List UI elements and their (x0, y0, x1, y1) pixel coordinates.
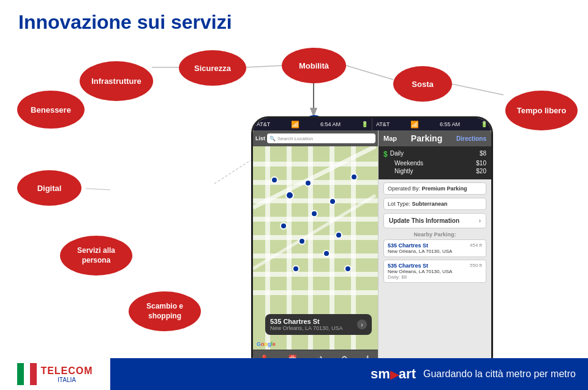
update-label: Update This Information (389, 217, 459, 224)
telecom-sub: ITALIA (58, 377, 76, 383)
phone-left-status: AT&T 📶 6:54 AM 🔋 (253, 118, 372, 130)
nearby-daily-2: Daily: $8 (388, 274, 452, 280)
directions-btn[interactable]: Directions (456, 135, 486, 142)
svg-rect-17 (253, 235, 378, 240)
operated-value: Premium Parking (422, 186, 467, 192)
popup-arrow[interactable]: › (357, 320, 367, 329)
svg-point-38 (293, 266, 299, 272)
parking-title: Parking (411, 133, 442, 143)
telecom-flag-icon (17, 363, 37, 385)
nearby-item-1[interactable]: 535 Chartres St New Orleans, LA 70130, U… (383, 239, 486, 257)
svg-line-5 (451, 84, 503, 95)
svg-line-4 (346, 66, 393, 80)
popup-city: New Orleans, LA 70130, USA (270, 325, 367, 331)
search-box[interactable]: 🔍 Search Location (267, 133, 375, 143)
svg-point-35 (351, 174, 357, 180)
svg-point-36 (271, 177, 277, 183)
nearby-item-2[interactable]: 535 Chartres St New Orleans, LA 70130, U… (383, 260, 486, 283)
svg-rect-16 (253, 217, 378, 222)
pricing-section: $ Daily $8 Weekends $10 Nightly $20 (379, 146, 491, 179)
svg-point-34 (336, 232, 342, 238)
weekends-price: $10 (476, 160, 486, 167)
svg-point-29 (305, 180, 311, 186)
map-search-bar: List 🔍 Search Location (253, 130, 378, 146)
google-logo: Google (257, 341, 276, 347)
bottom-tagline: Guardando la città metro per metro (423, 369, 576, 380)
smartart-logo: sm▶art (371, 366, 416, 382)
map-popup[interactable]: 535 Chartres St New Orleans, LA 70130, U… (265, 314, 372, 335)
bubble-benessere[interactable]: Benessere (17, 91, 85, 129)
telecom-logo: TELECOM ITALIA (0, 358, 110, 390)
page-title: Innovazione sui servizi (18, 11, 232, 34)
nearby-header: Nearby Parking: (383, 231, 486, 238)
svg-point-39 (345, 266, 351, 272)
bubble-mobilita[interactable]: Mobilità (282, 48, 346, 83)
detail-section: Operated By: Premium Parking Lot Type: S… (379, 179, 491, 372)
svg-point-31 (281, 223, 287, 229)
map-panel: List 🔍 Search Location (253, 130, 378, 372)
bubble-servizi[interactable]: Servizi alla persona (60, 236, 132, 276)
svg-point-28 (286, 192, 293, 199)
nearby-dist-2: 550 ft (470, 263, 482, 280)
operated-label: Operated By: (388, 186, 420, 192)
popup-address: 535 Chartres St (270, 318, 367, 325)
svg-rect-41 (24, 363, 30, 385)
svg-rect-13 (253, 162, 378, 167)
nightly-label: Nightly (394, 168, 476, 174)
svg-rect-19 (253, 272, 378, 277)
daily-label: Daily (390, 150, 480, 159)
svg-line-3 (245, 66, 283, 67)
nearby-name-2: 535 Chartres St (388, 263, 452, 269)
update-chevron-icon: › (479, 217, 481, 224)
nearby-name-1: 535 Chartres St (388, 242, 452, 249)
svg-point-30 (311, 211, 317, 217)
svg-line-9 (86, 189, 110, 190)
svg-point-33 (299, 238, 305, 244)
lot-type-row: Lot Type: Subterranean (383, 198, 486, 210)
bottom-bar: TELECOM ITALIA sm▶art Guardando la città… (0, 358, 588, 390)
svg-rect-20 (253, 290, 378, 295)
map-label: Map (383, 135, 397, 142)
svg-point-37 (323, 250, 330, 257)
bubble-sosta[interactable]: Sosta (393, 66, 452, 102)
info-header: Map Parking Directions (379, 130, 491, 146)
svg-point-32 (330, 198, 336, 204)
nearby-dist-1: 454 ft (470, 242, 482, 254)
bubble-sicurezza[interactable]: Sicurezza (179, 50, 246, 86)
phone-mockup: AT&T 📶 6:54 AM 🔋 AT&T 📶 6:55 AM 🔋 List 🔍 (251, 116, 493, 373)
bubble-infrastrutture[interactable]: Infrastrutture (80, 61, 153, 101)
svg-line-8 (214, 159, 252, 184)
lot-type-value: Subterranean (412, 201, 447, 207)
list-button[interactable]: List (255, 135, 265, 141)
info-panel: Map Parking Directions $ Daily $8 Weeken… (378, 130, 491, 372)
lot-type-label: Lot Type: (388, 201, 410, 207)
bubble-digital[interactable]: Digital (17, 170, 81, 206)
nightly-price: $20 (476, 168, 486, 174)
daily-price: $8 (480, 150, 486, 159)
telecom-name: TELECOM (40, 366, 92, 377)
nearby-addr-2: New Orleans, LA 70130, USA (388, 269, 452, 274)
dollar-icon: $ (383, 150, 388, 159)
bubble-scambio[interactable]: Scambio e shopping (129, 291, 201, 331)
weekends-label: Weekends (394, 160, 476, 167)
nearby-addr-1: New Orleans, LA 70130, USA (388, 249, 452, 254)
bottom-right: sm▶art Guardando la città metro per metr… (110, 366, 588, 382)
svg-rect-40 (17, 363, 24, 385)
svg-rect-42 (30, 363, 37, 385)
bubble-tempolibero[interactable]: Tempo libero (505, 91, 578, 130)
update-button[interactable]: Update This Information › (383, 213, 486, 228)
operated-row: Operated By: Premium Parking (383, 182, 486, 195)
phone-right-status: AT&T 📶 6:55 AM 🔋 (372, 118, 491, 130)
